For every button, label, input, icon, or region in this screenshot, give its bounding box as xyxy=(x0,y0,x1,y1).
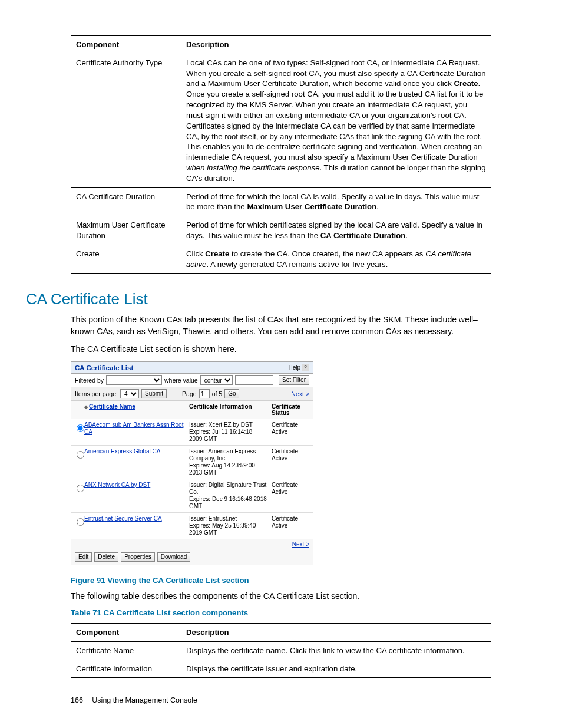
help-link[interactable]: Help ? xyxy=(288,364,309,371)
table-row: ANX Network CA by DSTIssuer: Digital Sig… xyxy=(71,479,313,513)
figure-caption: Figure 91 Viewing the CA Certificate Lis… xyxy=(71,576,491,585)
col-cert-name: Certificate Name xyxy=(82,401,187,419)
section-p3: The following table describes the compon… xyxy=(71,591,491,602)
ca-row-header: Certificate Name Certificate Information… xyxy=(71,401,313,419)
cert-name-link[interactable]: ABAecom sub Am Bankers Assn Root CA xyxy=(84,421,183,435)
submit-button[interactable]: Submit xyxy=(141,389,167,398)
cert-status: Certificate Active xyxy=(269,513,310,539)
panel-title: CA Certificate List xyxy=(75,364,133,371)
col-cert-status: Certificate Status xyxy=(269,401,310,419)
page-number: 166 xyxy=(71,696,83,704)
cert-name-link[interactable]: ANX Network CA by DST xyxy=(84,482,150,488)
cert-name-link[interactable]: American Express Global CA xyxy=(84,448,161,454)
t1-h1: Component xyxy=(71,36,181,54)
t1-h2: Description xyxy=(181,36,491,54)
delete-button[interactable]: Delete xyxy=(94,552,118,562)
next-link-top[interactable]: Next > xyxy=(291,390,309,397)
col-cert-info: Certificate Information xyxy=(187,401,269,419)
page-label: Page xyxy=(182,390,197,397)
cert-info: Issuer: Digital Signature Trust Co.Expir… xyxy=(187,479,269,512)
table-cell-description: Displays the certificate name. Click thi… xyxy=(181,641,491,660)
download-button[interactable]: Download xyxy=(157,552,190,562)
component-table-1: Component Description Certificate Author… xyxy=(71,35,491,274)
table-cell-description: Displays the certificate issuer and expi… xyxy=(181,660,491,678)
section-p2: The CA Certificate List section is shown… xyxy=(71,344,491,355)
filtered-by-label: Filtered by xyxy=(75,377,104,384)
table-cell-component: Certificate Information xyxy=(71,660,181,678)
filter-row: Filtered by - - - - where value contains… xyxy=(71,374,313,387)
filter-field-select[interactable]: - - - - xyxy=(106,375,162,385)
edit-button[interactable]: Edit xyxy=(75,552,92,562)
help-label: Help xyxy=(288,364,300,371)
ipp-select[interactable]: 4 xyxy=(120,389,139,398)
table-cell-component: Maximum User Certificate Duration xyxy=(71,216,181,245)
t2-h2: Description xyxy=(181,623,491,641)
table-cell-component: Certificate Name xyxy=(71,641,181,660)
table-row: ABAecom sub Am Bankers Assn Root CAIssue… xyxy=(71,419,313,446)
section-p1: This portion of the Known CAs tab presen… xyxy=(71,314,491,338)
footer-title: Using the Management Console xyxy=(92,696,197,704)
page-input[interactable] xyxy=(199,389,210,398)
page-footer: 166 Using the Management Console xyxy=(71,696,197,704)
filter-value-input[interactable] xyxy=(235,375,273,385)
cert-status: Certificate Active xyxy=(269,479,310,512)
cert-info: Issuer: American Express Company, Inc.Ex… xyxy=(187,446,269,479)
ca-list-panel: CA Certificate List Help ? Filtered by -… xyxy=(71,361,313,565)
table-cell-component: Certificate Authority Type xyxy=(71,54,181,187)
table-cell-description: Click Create to create the CA. Once crea… xyxy=(181,245,491,274)
table-caption: Table 71 CA Certificate List section com… xyxy=(71,608,491,617)
ipp-label: Items per page: xyxy=(75,390,118,397)
properties-button[interactable]: Properties xyxy=(121,552,155,562)
where-label: where value xyxy=(164,377,198,384)
cert-name-link[interactable]: Entrust.net Secure Server CA xyxy=(84,515,162,522)
table-cell-component: Create xyxy=(71,245,181,274)
help-icon: ? xyxy=(302,364,309,371)
cert-info: Issuer: Xcert EZ by DSTExpires: Jul 11 1… xyxy=(187,419,269,445)
go-button[interactable]: Go xyxy=(224,389,239,398)
cert-info: Issuer: Entrust.netExpires: May 25 16:39… xyxy=(187,513,269,539)
t2-h1: Component xyxy=(71,623,181,641)
next-link-bottom[interactable]: Next > xyxy=(292,541,309,548)
component-table-2: Component Description Certificate NameDi… xyxy=(71,623,491,678)
where-op-select[interactable]: contains xyxy=(200,375,233,385)
page-of-label: of 5 xyxy=(212,390,223,397)
table-cell-description: Period of time for which certificates si… xyxy=(181,216,491,245)
set-filter-button[interactable]: Set Filter xyxy=(279,375,309,385)
cert-status: Certificate Active xyxy=(269,446,310,479)
table-cell-component: CA Certificate Duration xyxy=(71,187,181,216)
section-heading: CA Certificate List xyxy=(26,290,491,308)
table-row: American Express Global CAIssuer: Americ… xyxy=(71,446,313,479)
table-cell-description: Local CAs can be one of two types: Self-… xyxy=(181,54,491,187)
table-cell-description: Period of time for which the local CA is… xyxy=(181,187,491,216)
pager-row: Items per page: 4 Submit Page of 5 Go Ne… xyxy=(71,387,313,401)
table-row: Entrust.net Secure Server CAIssuer: Entr… xyxy=(71,513,313,539)
cert-status: Certificate Active xyxy=(269,419,310,445)
